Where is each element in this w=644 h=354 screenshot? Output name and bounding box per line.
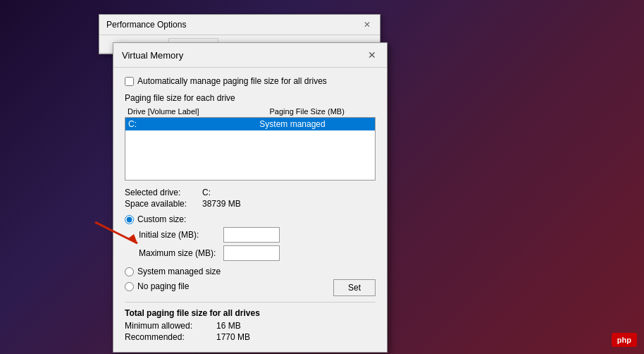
drive-row[interactable]: C: System managed [125, 118, 375, 130]
selected-drive-label: Selected drive: [125, 188, 202, 197]
no-paging-radio[interactable] [125, 282, 134, 291]
perf-dialog-title: Performance Options [106, 20, 186, 30]
space-available-value: 38739 MB [202, 199, 241, 209]
recommended-value: 1770 MB [216, 332, 250, 342]
maximum-size-row: Maximum size (MB): [139, 245, 376, 261]
system-managed-radio[interactable] [125, 267, 134, 276]
initial-size-label: Initial size (MB): [139, 230, 223, 240]
selected-drive-value: C: [202, 188, 211, 197]
minimum-allowed-label: Minimum allowed: [125, 321, 216, 331]
drive-table[interactable]: C: System managed [125, 117, 376, 181]
system-managed-label: System managed size [137, 267, 221, 276]
maximum-size-input[interactable] [223, 245, 280, 261]
minimum-allowed-value: 16 MB [216, 321, 241, 331]
paging-section-label: Paging file size for each drive [125, 93, 376, 103]
recommended-label: Recommended: [125, 332, 216, 342]
auto-manage-row: Automatically manage paging file size fo… [125, 76, 376, 86]
vm-titlebar: Virtual Memory ✕ [113, 43, 387, 68]
size-section: Custom size: Initial size (MB): Maximum … [125, 214, 376, 261]
set-button[interactable]: Set [333, 279, 376, 296]
no-paging-label: No paging file [137, 281, 189, 291]
size-col-header: Paging File Size (MB) [270, 107, 345, 116]
system-managed-row: System managed size [125, 267, 376, 276]
custom-size-radio-row: Custom size: [125, 214, 376, 224]
drive-table-header: Drive [Volume Label] Paging File Size (M… [125, 106, 376, 117]
drive-letter: C: [128, 119, 213, 129]
vm-close-button[interactable]: ✕ [366, 49, 378, 61]
no-paging-radio-row: No paging file [125, 281, 189, 291]
drive-size: System managed [213, 119, 372, 129]
total-section-label: Total paging file size for all drives [125, 308, 376, 318]
custom-size-radio[interactable] [125, 215, 134, 224]
total-section: Total paging file size for all drives Mi… [125, 302, 376, 342]
recommended-row: Recommended: 1770 MB [125, 332, 376, 342]
perf-close-button[interactable]: ✕ [361, 19, 373, 30]
selected-drive-row: Selected drive: C: [125, 188, 376, 197]
drive-col-header: Drive [Volume Label] [128, 107, 199, 116]
space-available-label: Space available: [125, 199, 202, 209]
vm-dialog: Virtual Memory ✕ Automatically manage pa… [113, 42, 388, 353]
no-paging-row: No paging file Set [125, 279, 376, 296]
vm-dialog-title: Virtual Memory [122, 50, 183, 61]
php-badge: php [612, 333, 637, 347]
initial-size-input[interactable] [223, 227, 280, 243]
drive-info-section: Selected drive: C: Space available: 3873… [125, 188, 376, 209]
auto-manage-label: Automatically manage paging file size fo… [137, 76, 327, 86]
custom-size-label: Custom size: [137, 214, 186, 224]
minimum-allowed-row: Minimum allowed: 16 MB [125, 321, 376, 331]
vm-content: Automatically manage paging file size fo… [113, 68, 387, 352]
system-managed-radio-row: System managed size [125, 267, 376, 276]
auto-manage-checkbox[interactable] [125, 77, 134, 86]
maximum-size-label: Maximum size (MB): [139, 248, 223, 258]
perf-titlebar: Performance Options ✕ [99, 15, 380, 35]
initial-size-row: Initial size (MB): [139, 227, 376, 243]
space-available-row: Space available: 38739 MB [125, 199, 376, 209]
